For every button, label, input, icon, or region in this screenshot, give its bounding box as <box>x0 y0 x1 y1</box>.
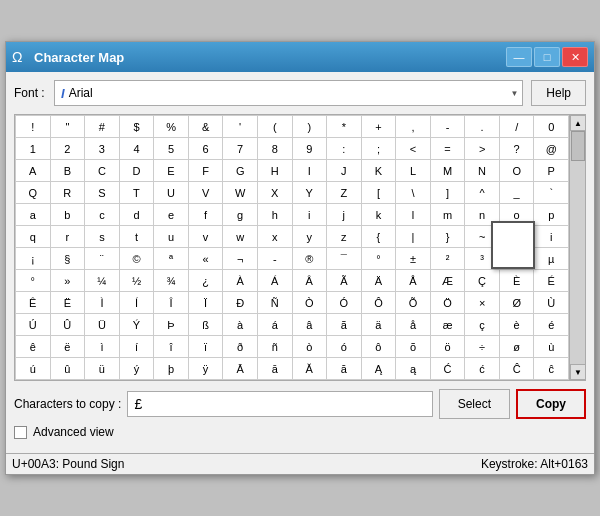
char-cell[interactable]: Â <box>293 270 328 292</box>
char-cell[interactable]: ß <box>189 314 224 336</box>
char-cell[interactable]: E <box>154 160 189 182</box>
char-cell[interactable]: Ñ <box>258 292 293 314</box>
char-cell[interactable]: ù <box>534 336 569 358</box>
char-cell[interactable]: r <box>51 226 86 248</box>
char-cell[interactable]: R <box>51 182 86 204</box>
char-cell[interactable]: ú <box>16 358 51 380</box>
char-cell[interactable]: 0 <box>534 116 569 138</box>
char-cell[interactable]: ± <box>396 248 431 270</box>
char-cell[interactable]: 3 <box>85 138 120 160</box>
char-cell[interactable]: î <box>154 336 189 358</box>
char-cell[interactable]: ^ <box>465 182 500 204</box>
char-cell[interactable]: ą <box>396 358 431 380</box>
char-cell[interactable]: ´£ <box>500 248 535 270</box>
char-cell[interactable]: Ä <box>362 270 397 292</box>
char-cell[interactable]: ò <box>293 336 328 358</box>
char-cell[interactable]: 5 <box>154 138 189 160</box>
char-cell[interactable]: - <box>431 116 466 138</box>
char-cell[interactable]: ć <box>465 358 500 380</box>
char-cell[interactable]: © <box>120 248 155 270</box>
char-cell[interactable]: ° <box>16 270 51 292</box>
char-cell[interactable]: Ā <box>223 358 258 380</box>
char-cell[interactable]: ¯ <box>327 248 362 270</box>
char-cell[interactable]: à <box>223 314 258 336</box>
char-cell[interactable]: T <box>120 182 155 204</box>
char-cell[interactable]: Ç <box>465 270 500 292</box>
char-cell[interactable]: / <box>500 116 535 138</box>
char-cell[interactable]: N <box>465 160 500 182</box>
char-cell[interactable]: - <box>258 248 293 270</box>
char-cell[interactable]: Ý <box>120 314 155 336</box>
char-cell[interactable]: ; <box>362 138 397 160</box>
copy-input[interactable] <box>127 391 432 417</box>
char-cell[interactable]: Í <box>120 292 155 314</box>
char-cell[interactable]: ² <box>431 248 466 270</box>
char-cell[interactable]: P <box>534 160 569 182</box>
char-cell[interactable]: Ð <box>223 292 258 314</box>
char-cell[interactable]: â <box>293 314 328 336</box>
char-cell[interactable]: < <box>396 138 431 160</box>
char-cell[interactable]: C <box>85 160 120 182</box>
char-cell[interactable]: Ï <box>189 292 224 314</box>
char-cell[interactable]: Z <box>327 182 362 204</box>
char-cell[interactable]: Ü <box>85 314 120 336</box>
select-button[interactable]: Select <box>439 389 510 419</box>
char-cell[interactable]: » <box>51 270 86 292</box>
char-cell[interactable]: [ <box>362 182 397 204</box>
char-cell[interactable]: { <box>362 226 397 248</box>
scrollbar[interactable]: ▲ ▼ <box>569 115 585 380</box>
char-cell[interactable]: ì <box>85 336 120 358</box>
char-cell[interactable]: > <box>465 138 500 160</box>
char-cell[interactable]: K <box>362 160 397 182</box>
char-cell[interactable]: i <box>293 204 328 226</box>
char-cell[interactable]: ó <box>327 336 362 358</box>
char-cell[interactable]: 7 <box>223 138 258 160</box>
char-cell[interactable]: % <box>154 116 189 138</box>
char-cell[interactable]: § <box>51 248 86 270</box>
char-cell[interactable]: q <box>16 226 51 248</box>
minimize-button[interactable]: — <box>506 47 532 67</box>
char-cell[interactable]: ` <box>534 182 569 204</box>
char-cell[interactable]: | <box>396 226 431 248</box>
char-cell[interactable]: Q <box>16 182 51 204</box>
maximize-button[interactable]: □ <box>534 47 560 67</box>
char-cell[interactable]: ă <box>327 358 362 380</box>
char-cell[interactable]: X <box>258 182 293 204</box>
char-cell[interactable]: 2 <box>51 138 86 160</box>
char-cell[interactable]: í <box>120 336 155 358</box>
char-cell[interactable]: } <box>431 226 466 248</box>
char-cell[interactable]: ® <box>293 248 328 270</box>
char-cell[interactable]: ñ <box>258 336 293 358</box>
char-cell[interactable]: Ø <box>500 292 535 314</box>
char-cell[interactable]: Ê <box>16 292 51 314</box>
char-cell[interactable]: h <box>258 204 293 226</box>
char-cell[interactable]: 4 <box>120 138 155 160</box>
char-cell[interactable]: É <box>534 270 569 292</box>
char-cell[interactable]: µ <box>534 248 569 270</box>
char-cell[interactable]: ) <box>293 116 328 138</box>
char-cell[interactable]: ¾ <box>154 270 189 292</box>
char-cell[interactable]: B <box>51 160 86 182</box>
char-cell[interactable]: z <box>327 226 362 248</box>
char-cell[interactable]: ø <box>500 336 535 358</box>
font-dropdown[interactable]: I Arial <box>54 80 523 106</box>
char-cell[interactable]: c <box>85 204 120 226</box>
char-cell[interactable]: Å <box>396 270 431 292</box>
char-cell[interactable]: u <box>154 226 189 248</box>
char-cell[interactable]: Î <box>154 292 189 314</box>
char-cell[interactable]: Ĉ <box>500 358 535 380</box>
char-cell[interactable]: 8 <box>258 138 293 160</box>
char-cell[interactable]: Þ <box>154 314 189 336</box>
char-cell[interactable]: ü <box>85 358 120 380</box>
char-cell[interactable]: 1 <box>16 138 51 160</box>
char-cell[interactable]: m <box>431 204 466 226</box>
char-cell[interactable]: ç <box>465 314 500 336</box>
char-cell[interactable]: _ <box>500 182 535 204</box>
char-cell[interactable]: ÿ <box>189 358 224 380</box>
close-button[interactable]: ✕ <box>562 47 588 67</box>
char-cell[interactable]: ÷ <box>465 336 500 358</box>
char-cell[interactable]: è <box>500 314 535 336</box>
char-cell[interactable]: þ <box>154 358 189 380</box>
char-cell[interactable]: Ă <box>293 358 328 380</box>
char-cell[interactable]: ¿ <box>189 270 224 292</box>
